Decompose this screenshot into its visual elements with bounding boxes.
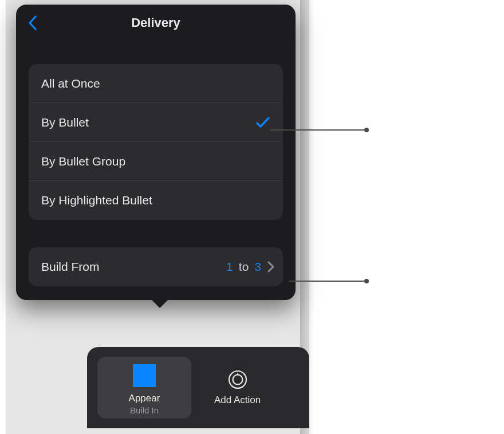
svg-point-1 bbox=[233, 375, 242, 385]
build-from-to-word: to bbox=[239, 260, 249, 274]
add-action-icon bbox=[227, 369, 248, 390]
chevron-right-icon bbox=[267, 261, 275, 273]
back-button[interactable] bbox=[27, 15, 38, 31]
popover-header: Delivery bbox=[16, 5, 296, 41]
option-label: By Highlighted Bullet bbox=[41, 194, 152, 207]
delivery-popover: Delivery All at Once By Bullet By Bullet… bbox=[16, 5, 296, 300]
chevron-left-icon bbox=[27, 15, 38, 31]
effect-card-appear[interactable]: Appear Build In bbox=[97, 357, 191, 419]
option-label: By Bullet bbox=[41, 116, 89, 129]
option-label: All at Once bbox=[41, 77, 100, 90]
add-action-button[interactable]: Add Action bbox=[214, 369, 261, 406]
svg-marker-2 bbox=[236, 373, 239, 375]
effect-preview-swatch bbox=[133, 364, 156, 387]
build-from-label: Build From bbox=[41, 260, 226, 274]
option-label: By Bullet Group bbox=[41, 155, 125, 168]
checkmark-icon bbox=[255, 115, 270, 130]
build-from-range: 1 to 3 bbox=[226, 260, 261, 274]
delivery-option-by-highlighted-bullet[interactable]: By Highlighted Bullet bbox=[29, 181, 283, 220]
add-action-label: Add Action bbox=[214, 394, 261, 406]
popover-title: Delivery bbox=[131, 15, 180, 30]
effect-subtitle: Build In bbox=[130, 405, 159, 415]
build-from-row[interactable]: Build From 1 to 3 bbox=[29, 247, 283, 286]
callout-end-dot bbox=[364, 279, 369, 283]
build-order-bar: Appear Build In Add Action bbox=[87, 347, 309, 428]
callout-line bbox=[289, 281, 367, 282]
callout-line bbox=[270, 129, 367, 131]
build-from-end: 3 bbox=[254, 260, 261, 274]
effect-title: Appear bbox=[129, 393, 160, 404]
callout-end-dot bbox=[364, 128, 369, 132]
delivery-option-by-bullet-group[interactable]: By Bullet Group bbox=[29, 142, 283, 181]
delivery-option-all-at-once[interactable]: All at Once bbox=[29, 64, 283, 103]
delivery-options-list: All at Once By Bullet By Bullet Group By… bbox=[29, 64, 283, 220]
build-from-group: Build From 1 to 3 bbox=[29, 247, 283, 286]
build-from-start: 1 bbox=[226, 260, 233, 274]
delivery-option-by-bullet[interactable]: By Bullet bbox=[29, 103, 283, 142]
